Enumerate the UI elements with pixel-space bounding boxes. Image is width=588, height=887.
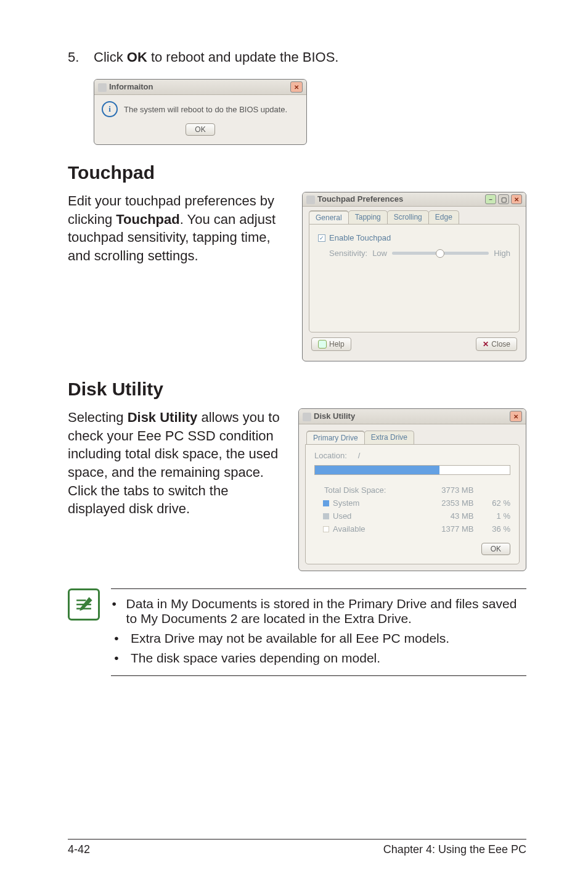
checkbox-icon: ✓ — [318, 234, 325, 242]
step-5: 5. Click OK to reboot and update the BIO… — [68, 49, 526, 65]
disk-utility-heading: Disk Utility — [68, 379, 526, 400]
info-icon: i — [102, 101, 118, 117]
tab-panel-general: ✓ Enable Touchpad Sensitivity: Low High — [309, 224, 520, 332]
information-titlebar: Informaiton ✕ — [94, 80, 306, 95]
location-label: Location: — [314, 451, 347, 460]
tab-scrolling[interactable]: Scrolling — [387, 210, 429, 224]
page-footer: 4-42 Chapter 4: Using the Eee PC — [68, 839, 526, 856]
disk-usage-bar — [314, 465, 510, 475]
disk-table: Total Disk Space: 3773 MB System 2353 MB… — [314, 484, 510, 535]
disk-tabs: Primary Drive Extra Drive — [306, 431, 521, 444]
tab-tapping[interactable]: Tapping — [348, 210, 388, 224]
maximize-icon[interactable]: ▢ — [498, 194, 509, 204]
information-message: The system will reboot to do the BIOS up… — [124, 105, 287, 114]
sensitivity-low: Low — [372, 249, 387, 258]
note-icon — [68, 588, 100, 621]
primary-drive-panel: Location: / Total Disk Space: 3773 MB Sy… — [305, 444, 520, 564]
touchpad-heading: Touchpad — [68, 162, 526, 183]
dialog-icon — [306, 196, 315, 204]
note-list: •Data in My Documents is stored in the P… — [111, 588, 526, 676]
enable-touchpad-checkbox[interactable]: ✓ Enable Touchpad — [318, 233, 510, 242]
swatch-icon — [323, 500, 329, 506]
help-icon — [318, 340, 327, 349]
touchpad-paragraph: Edit your touchpad preferences by clicki… — [68, 192, 291, 265]
step-number: 5. — [68, 49, 94, 65]
row-system: System 2353 MB 62 % — [314, 497, 510, 510]
close-icon[interactable]: ✕ — [511, 194, 522, 204]
close-icon[interactable]: ✕ — [510, 411, 522, 422]
ok-button[interactable]: OK — [186, 123, 214, 136]
row-available: Available 1377 MB 36 % — [314, 522, 510, 535]
row-total: Total Disk Space: 3773 MB — [314, 484, 510, 497]
tab-extra-drive[interactable]: Extra Drive — [364, 431, 414, 444]
list-item: •Extra Drive may not be available for al… — [111, 630, 526, 650]
chapter-label: Chapter 4: Using the Eee PC — [383, 843, 526, 856]
tab-general[interactable]: General — [309, 210, 349, 224]
close-icon[interactable]: ✕ — [290, 81, 303, 93]
list-item: •The disk space varies depending on mode… — [111, 650, 526, 669]
touchpad-preferences-dialog: Touchpad Preferences – ▢ ✕ General Tappi… — [302, 192, 526, 361]
page-number: 4-42 — [68, 843, 90, 856]
list-item: •Data in My Documents is stored in the P… — [111, 595, 526, 630]
information-title: Informaiton — [109, 82, 153, 91]
help-button[interactable]: Help — [311, 337, 351, 351]
touchpad-title: Touchpad Preferences — [317, 194, 403, 204]
disk-utility-titlebar: Disk Utility ✕ — [299, 409, 526, 424]
step-text: Click OK to reboot and update the BIOS. — [94, 49, 338, 65]
close-button[interactable]: ✕Close — [476, 337, 517, 351]
swatch-icon — [323, 526, 329, 532]
swatch-icon — [314, 487, 321, 493]
disk-utility-title: Disk Utility — [314, 411, 355, 421]
tab-primary-drive[interactable]: Primary Drive — [306, 431, 365, 444]
note-box: •Data in My Documents is stored in the P… — [68, 588, 526, 676]
sensitivity-high: High — [494, 249, 510, 258]
swatch-icon — [323, 513, 329, 519]
disk-free-segment — [439, 466, 510, 474]
location-value: / — [358, 451, 361, 460]
minimize-icon[interactable]: – — [485, 194, 496, 204]
slider-knob[interactable] — [436, 249, 444, 258]
row-used: Used 43 MB 1 % — [314, 510, 510, 522]
close-x-icon: ✕ — [483, 340, 489, 349]
disk-utility-dialog: Disk Utility ✕ Primary Drive Extra Drive… — [298, 408, 526, 571]
disk-utility-paragraph: Selecting Disk Utility allows you to che… — [68, 408, 287, 518]
information-dialog: Informaiton ✕ i The system will reboot t… — [94, 79, 307, 145]
tab-edge[interactable]: Edge — [428, 210, 459, 224]
pencil-note-icon — [73, 594, 94, 615]
touchpad-tabs: General Tapping Scrolling Edge — [309, 210, 522, 224]
sensitivity-row: Sensitivity: Low High — [318, 249, 510, 258]
ok-button[interactable]: OK — [481, 543, 510, 555]
touchpad-titlebar: Touchpad Preferences – ▢ ✕ — [303, 192, 526, 207]
sensitivity-label: Sensitivity: — [329, 249, 367, 258]
sensitivity-slider[interactable] — [392, 252, 489, 255]
dialog-icon — [303, 413, 311, 421]
dialog-icon — [98, 83, 107, 92]
